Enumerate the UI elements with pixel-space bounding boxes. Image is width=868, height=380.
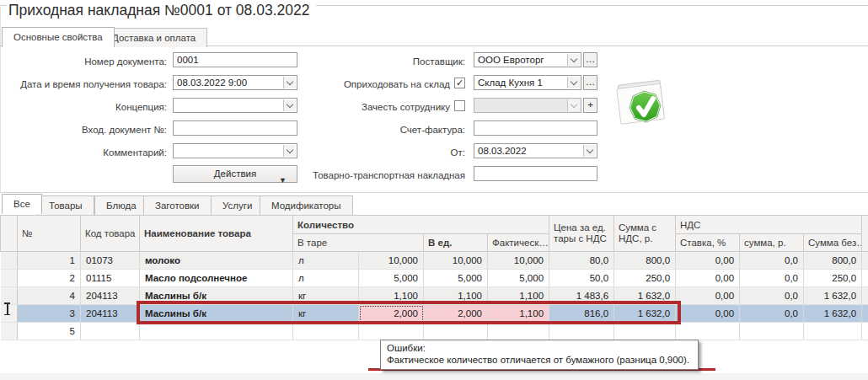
document-check-icon [612,78,672,143]
tab-goods[interactable]: Товары [37,195,94,215]
invoice-input[interactable] [474,120,597,136]
tab-all[interactable]: Все [2,194,42,214]
table-row[interactable]: 4204113 Маслины б/ккг 1,1001,100 1,1001 … [1,287,868,305]
error-tooltip-message: Фактическое количество отличается от бум… [387,354,692,366]
col-actual[interactable]: Фактическ… [488,234,549,252]
col-sum-no-vat[interactable]: Сумма без… [804,234,862,252]
table-row-selected-error[interactable]: 3204113 Маслины б/ккг 2,000 2,000 1,100 … [1,305,868,323]
tab-main-properties[interactable]: Основные свойства [2,27,115,47]
tab-services[interactable]: Услуги [211,195,264,215]
table-row[interactable]: 101073 молокол 10,00010,000 10,00080,0 8… [1,252,868,270]
qty-units-cell-error: 2,000 [424,305,488,323]
incoming-doc-label: Вход. документ №: [0,122,167,137]
from-date-label: От: [278,145,465,160]
store-combo[interactable]: Склад Кухня 1 [474,75,581,90]
bottom-strip [0,373,868,380]
supplier-label: Поставщик: [278,54,465,69]
error-tooltip: Ошибки: Фактическое количество отличаетс… [380,340,699,370]
invoice-label: Счет-фактура: [278,122,465,137]
col-in-units[interactable]: В ед. [424,234,488,252]
page-title: Приходная накладная №0001 от 08.03.2022 [7,2,316,19]
col-indicator [1,216,18,252]
from-date-combo[interactable]: 08.03.2022 [474,143,597,158]
items-table: № Код товара Наименование товара Количес… [0,215,868,340]
table-row-empty[interactable]: 5 [1,323,868,340]
qty-actual-cell-error: 1,100 [488,305,549,323]
tab-preparations[interactable]: Заготовки [143,195,212,215]
col-vat-group[interactable]: НДС [676,216,862,234]
col-quantity-group[interactable]: Количество [293,216,549,234]
add-employee-button[interactable]: + [583,98,597,113]
col-sum-vat[interactable]: Сумма с НДС, р. [614,216,676,252]
chevron-down-icon[interactable] [567,77,580,88]
tab-delivery-payment[interactable]: Доставка и оплата [100,28,207,47]
col-price[interactable]: Цена за ед. тары с НДС [549,216,614,252]
col-sliver [862,216,868,252]
receive-datetime-label: Дата и время получения товара: [0,77,167,92]
doc-number-label: Номер документа: [0,54,167,69]
col-code[interactable]: Код товара [81,216,140,252]
col-in-tare[interactable]: В таре [293,234,424,252]
error-tooltip-title: Ошибки: [387,342,692,354]
waybill-input[interactable] [474,166,597,181]
col-num[interactable]: № [18,216,81,252]
col-name[interactable]: Наименование товара [140,216,293,252]
chevron-down-icon[interactable] [583,145,596,157]
checkmark-icon: ✓ [456,78,463,88]
table-row[interactable]: 201115 Масло подсолнечноел 5,0005,000 5,… [1,270,868,287]
qty-tare-cell-error: 2,000 [359,305,424,323]
col-vat-rate[interactable]: Ставка, % [676,234,740,252]
concept-label: Концепция: [0,99,167,115]
chevron-down-icon [567,99,580,111]
col-vat-sum[interactable]: сумма, р. [740,234,804,252]
post-to-store-checkbox[interactable]: ✓ [454,78,465,88]
supplier-combo[interactable]: ООО Евроторг [474,52,581,67]
post-to-store-label: Оприходовать на склад [278,77,450,92]
waybill-label: Товарно-транспортная накладная [278,168,465,183]
credit-employee-checkbox[interactable] [454,100,465,111]
supplier-browse-button[interactable]: … [583,52,597,67]
employee-combo-disabled [474,98,581,113]
chevron-down-icon[interactable] [567,54,580,66]
credit-employee-label: Зачесть сотруднику [278,99,450,115]
section-divider [0,192,868,193]
store-browse-button[interactable]: … [583,75,597,90]
table-tabstrip: Все Товары Блюда Заготовки Услуги Модифи… [0,194,868,215]
main-tabstrip: Основные свойства Доставка и оплата [0,27,868,46]
tab-modifiers[interactable]: Модификаторы [260,195,353,215]
receipt-invoice-window: Приходная накладная №0001 от 08.03.2022 … [0,0,868,380]
ibeam-cursor-icon [3,302,11,315]
comment-label: Комментарий: [0,145,167,160]
tab-dishes[interactable]: Блюда [94,195,148,215]
